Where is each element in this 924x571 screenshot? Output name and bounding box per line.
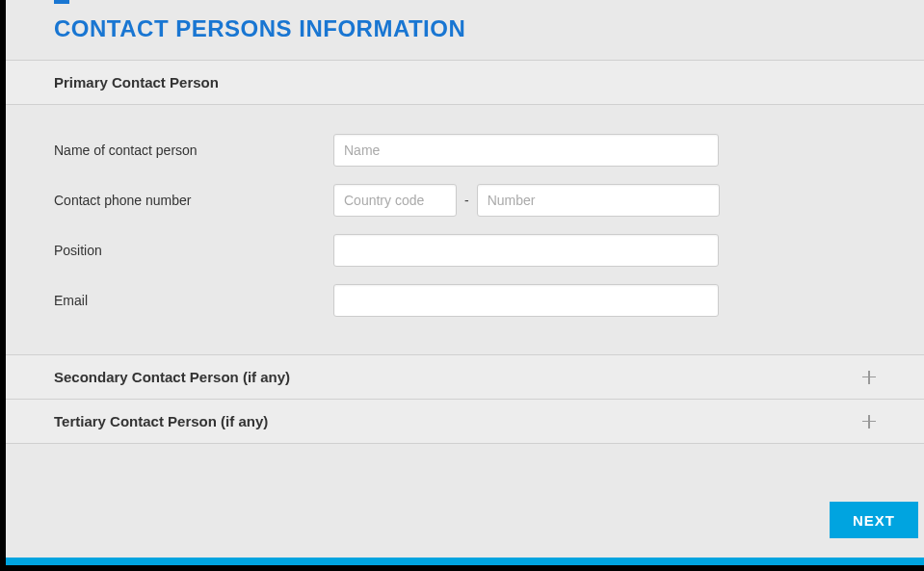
- label-phone: Contact phone number: [54, 193, 333, 208]
- label-position: Position: [54, 243, 333, 258]
- page-title: CONTACT PERSONS INFORMATION: [54, 15, 876, 60]
- row-phone: Contact phone number -: [54, 184, 876, 217]
- footer-area: NEXT: [6, 444, 924, 565]
- primary-section-header: Primary Contact Person: [6, 60, 924, 105]
- fields-email: [333, 284, 876, 317]
- secondary-section-hint: (if any): [243, 369, 290, 385]
- secondary-section-title: Secondary Contact Person: [54, 369, 239, 385]
- row-position: Position: [54, 234, 876, 267]
- phone-dash: -: [464, 193, 469, 208]
- tertiary-section-toggle[interactable]: Tertiary Contact Person (if any): [6, 399, 924, 444]
- primary-section-title: Primary Contact Person: [54, 74, 219, 91]
- label-email: Email: [54, 293, 333, 308]
- plus-icon: [862, 371, 876, 384]
- fields-phone: -: [333, 184, 876, 217]
- page-container: CONTACT PERSONS INFORMATION Primary Cont…: [0, 0, 924, 571]
- secondary-section-label: Secondary Contact Person (if any): [54, 369, 290, 385]
- input-phone-number[interactable]: [477, 184, 720, 217]
- row-name: Name of contact person: [54, 134, 876, 167]
- input-country-code[interactable]: [333, 184, 457, 217]
- primary-form: Name of contact person Contact phone num…: [6, 105, 924, 355]
- next-button[interactable]: NEXT: [830, 502, 918, 538]
- header-accent: [54, 0, 69, 4]
- input-position[interactable]: [333, 234, 719, 267]
- page-header: CONTACT PERSONS INFORMATION: [6, 0, 924, 60]
- tertiary-section-title: Tertiary Contact Person: [54, 413, 217, 429]
- tertiary-section-hint: (if any): [221, 413, 268, 429]
- label-name: Name of contact person: [54, 143, 333, 158]
- fields-position: [333, 234, 876, 267]
- plus-icon: [862, 415, 876, 428]
- fields-name: [333, 134, 876, 167]
- input-contact-name[interactable]: [333, 134, 719, 167]
- secondary-section-toggle[interactable]: Secondary Contact Person (if any): [6, 354, 924, 400]
- input-email[interactable]: [333, 284, 719, 317]
- row-email: Email: [54, 284, 876, 317]
- tertiary-section-label: Tertiary Contact Person (if any): [54, 413, 268, 429]
- bottom-accent-bar: [6, 558, 924, 565]
